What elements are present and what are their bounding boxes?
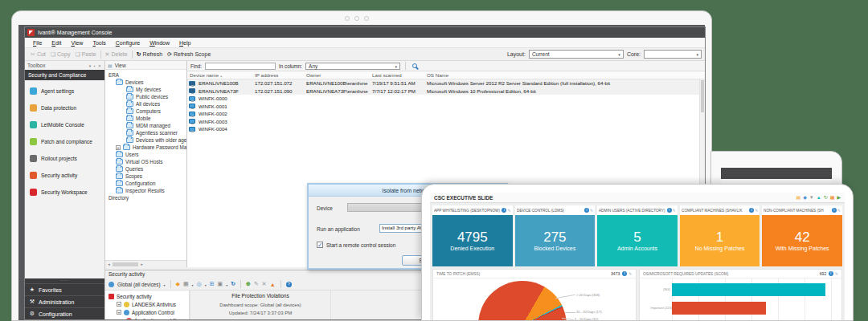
- edit-icon[interactable]: [673, 208, 676, 213]
- window-title-bar[interactable]: Ivanti® Management Console: [25, 27, 705, 38]
- panel-layout-icon[interactable]: [218, 281, 223, 287]
- menu-configure[interactable]: Configure: [111, 40, 145, 46]
- column-ip-address[interactable]: IP address: [255, 72, 306, 78]
- kpi-card-compliant[interactable]: COMPLIANT MACHINES (SHAVLIK 1No Missing …: [680, 205, 760, 266]
- tree-item-application-control[interactable]: Application Control: [105, 308, 189, 316]
- edit-icon[interactable]: [254, 281, 259, 287]
- tree-item[interactable]: Mobile: [105, 115, 186, 122]
- trend-icon[interactable]: [817, 195, 821, 200]
- toolbox-pin-close-icons[interactable]: [89, 63, 102, 68]
- kpi-card-app-whitelisting[interactable]: APP WHITELISTING (DESKTOPNOW) 4795Denied…: [432, 205, 513, 266]
- refresh-icon[interactable]: [231, 281, 235, 287]
- in-column-select[interactable]: Any: [305, 63, 400, 70]
- tree-item[interactable]: Agentless scanner: [105, 129, 186, 136]
- table-row[interactable]: WINFK-0004: [187, 125, 705, 133]
- info-icon[interactable]: [622, 271, 627, 276]
- find-input[interactable]: [205, 63, 276, 70]
- info-icon[interactable]: [667, 208, 672, 213]
- tree-item[interactable]: Computers: [105, 108, 186, 115]
- menu-help[interactable]: Help: [174, 40, 195, 46]
- help-icon[interactable]: [286, 282, 292, 287]
- chevron-down-icon[interactable]: [205, 282, 207, 287]
- cut-button[interactable]: Cut: [28, 51, 48, 58]
- kpi-card-admin-users[interactable]: ADMIN USERS (ACTIVE DIRECTORY) 5Admin Ac…: [597, 205, 678, 266]
- table-row[interactable]: WINFK-0000: [187, 95, 705, 103]
- chevron-down-icon[interactable]: [226, 282, 227, 287]
- tree-item[interactable]: Queries: [105, 165, 186, 173]
- target-icon[interactable]: [197, 281, 202, 287]
- scrollbar-thumb[interactable]: [701, 80, 704, 112]
- kpi-card-non-compliant[interactable]: NON-COMPLIANT MACHINES (SH 42With Missin…: [762, 205, 842, 266]
- edit-icon[interactable]: [837, 208, 841, 213]
- info-icon[interactable]: [502, 208, 506, 213]
- tree-item[interactable]: Configuration: [105, 180, 186, 187]
- delete-icon[interactable]: [262, 281, 267, 287]
- add-icon[interactable]: [246, 281, 251, 287]
- nav-configuration[interactable]: Configuration: [25, 307, 104, 319]
- column-owner[interactable]: Owner: [306, 72, 372, 78]
- expand-icon[interactable]: [116, 145, 121, 150]
- kpi-card-device-control[interactable]: DEVICE CONTROL (LDMS) 275Blocked Devices: [515, 205, 596, 266]
- search-icon[interactable]: [412, 63, 417, 68]
- alert-icon[interactable]: [176, 281, 180, 287]
- scroll-left-icon[interactable]: [105, 262, 113, 266]
- tree-item-antivirus[interactable]: LANDESK Antivirus: [105, 300, 189, 308]
- calendar-icon[interactable]: [183, 281, 189, 287]
- info-icon[interactable]: [832, 208, 837, 213]
- menu-view[interactable]: View: [66, 40, 88, 46]
- horizontal-scrollbar[interactable]: [105, 260, 186, 267]
- table-row[interactable]: WINFK-0003: [187, 118, 705, 126]
- tree-item[interactable]: Public devices: [105, 93, 186, 100]
- edit-icon[interactable]: [628, 271, 632, 276]
- grid-icon[interactable]: [830, 195, 835, 200]
- play-icon[interactable]: [837, 195, 841, 200]
- paste-button[interactable]: Paste: [72, 51, 98, 58]
- table-row[interactable]: ERANLIVNE100B 172.027.151.072 ERANLIVNE1…: [187, 79, 705, 87]
- time-to-patch-pie-chart[interactable]: [478, 281, 567, 320]
- edit-icon[interactable]: [507, 208, 510, 213]
- menu-tools[interactable]: Tools: [88, 40, 110, 46]
- toolbox-item-rollout-projects[interactable]: Rollout projects: [25, 150, 104, 167]
- table-row[interactable]: WINFK-0002: [187, 110, 705, 118]
- flame-icon[interactable]: [270, 282, 276, 287]
- expand-icon[interactable]: [117, 302, 121, 307]
- grid-view-icon[interactable]: [210, 281, 215, 287]
- tree-item-directory[interactable]: Directory: [105, 194, 186, 201]
- delete-button[interactable]: Delete: [103, 51, 130, 58]
- scope-selector[interactable]: Global (all devices): [117, 282, 161, 287]
- table-row[interactable]: WINFK-0001: [187, 103, 705, 111]
- nav-favorites[interactable]: Favorites: [25, 283, 104, 295]
- tree-item[interactable]: All devices: [105, 100, 186, 108]
- refresh-button[interactable]: Refresh: [134, 51, 165, 58]
- copy-button[interactable]: Copy: [48, 51, 73, 58]
- column-last-scanned[interactable]: Last scanned: [372, 72, 427, 78]
- tree-item-devices[interactable]: Devices: [105, 79, 186, 86]
- card-file-protection[interactable]: File Protection Violations Dashboard sco…: [190, 291, 330, 319]
- toolbox-section-header[interactable]: Security and Compliance: [25, 70, 104, 80]
- edit-icon[interactable]: [835, 271, 838, 276]
- edit-icon[interactable]: [590, 208, 593, 213]
- toolbox-item-patch-compliance[interactable]: Patch and compliance: [25, 133, 104, 150]
- tree-item-applications-files[interactable]: Applications and files: [105, 316, 189, 319]
- toolbox-item-agent-settings[interactable]: Agent settings: [25, 83, 104, 100]
- scrollbar-thumb[interactable]: [113, 262, 138, 266]
- info-icon[interactable]: [829, 271, 833, 276]
- tree-root[interactable]: ERA: [105, 71, 186, 79]
- tree-item[interactable]: Scopes: [105, 173, 186, 180]
- tree-item[interactable]: Hardware Password Manage: [105, 144, 186, 151]
- tree-item[interactable]: Virtual OS Hosts: [105, 158, 186, 165]
- user-icon[interactable]: [803, 195, 807, 200]
- refresh-icon[interactable]: [824, 195, 828, 200]
- layout-select[interactable]: Current: [529, 50, 624, 59]
- scroll-right-icon[interactable]: [138, 262, 145, 266]
- toolbox-item-security-activity[interactable]: Security activity: [25, 167, 104, 184]
- menu-window[interactable]: Window: [145, 40, 174, 46]
- chevron-down-icon[interactable]: [192, 282, 194, 287]
- menu-edit[interactable]: Edit: [47, 40, 66, 46]
- tree-item-security-activity[interactable]: Security activity: [105, 292, 189, 300]
- tree-item[interactable]: Inspector Results: [105, 187, 186, 194]
- chart-icon[interactable]: [796, 195, 800, 200]
- nav-administration[interactable]: Administration: [25, 295, 104, 307]
- toolbox-item-data-protection[interactable]: Data protection: [25, 100, 104, 116]
- expand-icon[interactable]: [117, 310, 121, 315]
